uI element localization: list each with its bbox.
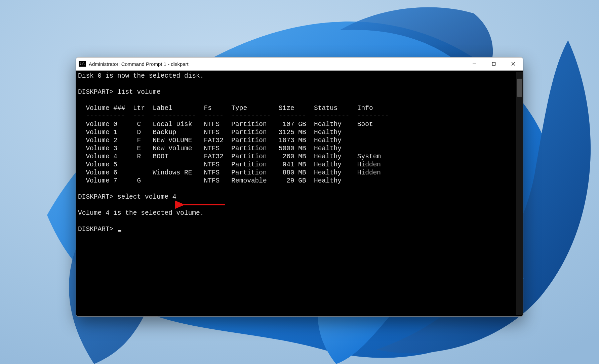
cmd-icon: C:\	[79, 61, 86, 67]
window-controls	[465, 57, 523, 70]
desktop: C:\ Administrator: Command Prompt 1 - di…	[0, 0, 599, 364]
terminal-output[interactable]: Disk 0 is now the selected disk. DISKPAR…	[78, 72, 516, 315]
titlebar[interactable]: C:\ Administrator: Command Prompt 1 - di…	[76, 57, 523, 71]
minimize-button[interactable]	[465, 57, 484, 70]
window-title: Administrator: Command Prompt 1 - diskpa…	[89, 61, 189, 67]
titlebar-left: C:\ Administrator: Command Prompt 1 - di…	[76, 61, 189, 67]
command-prompt-window[interactable]: C:\ Administrator: Command Prompt 1 - di…	[76, 57, 523, 317]
close-button[interactable]	[504, 57, 523, 70]
maximize-button[interactable]	[484, 57, 504, 70]
cursor	[118, 230, 121, 232]
terminal-area[interactable]: Disk 0 is now the selected disk. DISKPAR…	[76, 71, 523, 317]
scrollbar[interactable]	[516, 72, 523, 315]
scroll-thumb[interactable]	[517, 79, 522, 97]
svg-rect-2	[492, 63, 495, 66]
